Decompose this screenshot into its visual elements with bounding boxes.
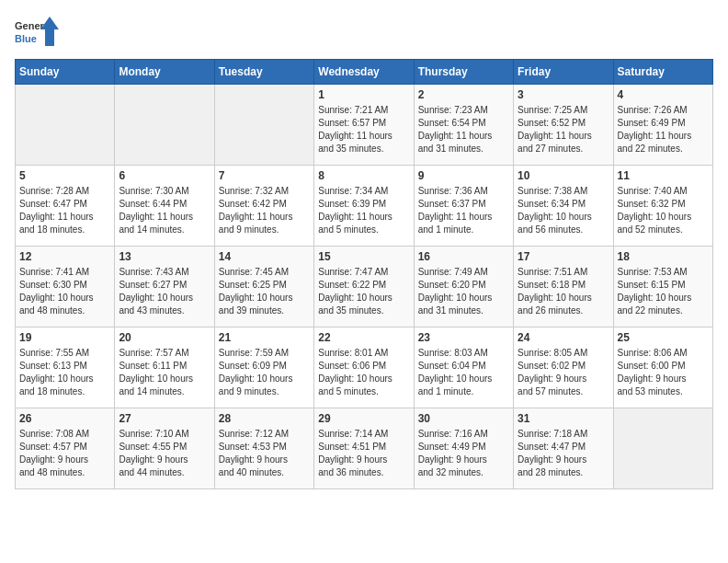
calendar-day-cell: 23Sunrise: 8:03 AM Sunset: 6:04 PM Dayli… [414, 327, 513, 408]
calendar-day-cell: 24Sunrise: 8:05 AM Sunset: 6:02 PM Dayli… [514, 327, 613, 408]
day-info: Sunrise: 7:49 AM Sunset: 6:20 PM Dayligh… [418, 266, 509, 317]
calendar-header: SundayMondayTuesdayWednesdayThursdayFrid… [16, 60, 713, 85]
day-number: 7 [219, 169, 310, 182]
day-number: 6 [119, 169, 210, 182]
calendar-day-cell: 14Sunrise: 7:45 AM Sunset: 6:25 PM Dayli… [214, 247, 313, 327]
day-info: Sunrise: 7:57 AM Sunset: 6:11 PM Dayligh… [119, 347, 210, 398]
day-info: Sunrise: 7:14 AM Sunset: 4:51 PM Dayligh… [318, 428, 409, 479]
day-info: Sunrise: 8:03 AM Sunset: 6:04 PM Dayligh… [418, 347, 509, 398]
day-number: 15 [318, 250, 409, 263]
day-number: 8 [318, 169, 409, 182]
day-number: 2 [418, 88, 509, 101]
calendar-day-cell: 22Sunrise: 8:01 AM Sunset: 6:06 PM Dayli… [314, 327, 414, 408]
day-info: Sunrise: 7:51 AM Sunset: 6:18 PM Dayligh… [518, 266, 609, 317]
day-number: 25 [618, 331, 709, 344]
day-info: Sunrise: 7:08 AM Sunset: 4:57 PM Dayligh… [19, 428, 110, 479]
logo-svg: GeneralBlue [15, 15, 61, 52]
calendar-day-cell: 6Sunrise: 7:30 AM Sunset: 6:44 PM Daylig… [115, 166, 214, 247]
calendar-day-cell: 13Sunrise: 7:43 AM Sunset: 6:27 PM Dayli… [115, 247, 214, 327]
day-info: Sunrise: 7:30 AM Sunset: 6:44 PM Dayligh… [119, 185, 210, 236]
weekday-header-cell: Wednesday [314, 60, 414, 85]
day-info: Sunrise: 8:05 AM Sunset: 6:02 PM Dayligh… [518, 347, 609, 398]
day-number: 4 [618, 88, 709, 101]
calendar-day-cell [115, 85, 214, 166]
day-info: Sunrise: 7:12 AM Sunset: 4:53 PM Dayligh… [219, 428, 310, 479]
day-number: 3 [518, 88, 609, 101]
day-info: Sunrise: 7:32 AM Sunset: 6:42 PM Dayligh… [219, 185, 310, 236]
day-info: Sunrise: 7:10 AM Sunset: 4:55 PM Dayligh… [119, 428, 210, 479]
day-number: 30 [418, 412, 509, 425]
weekday-header-cell: Thursday [414, 60, 513, 85]
calendar-day-cell: 18Sunrise: 7:53 AM Sunset: 6:15 PM Dayli… [613, 247, 712, 327]
day-number: 10 [518, 169, 609, 182]
calendar-week-row: 12Sunrise: 7:41 AM Sunset: 6:30 PM Dayli… [16, 247, 713, 327]
day-number: 27 [119, 412, 210, 425]
day-info: Sunrise: 7:38 AM Sunset: 6:34 PM Dayligh… [518, 185, 609, 236]
day-info: Sunrise: 7:47 AM Sunset: 6:22 PM Dayligh… [318, 266, 409, 317]
day-info: Sunrise: 7:21 AM Sunset: 6:57 PM Dayligh… [318, 104, 409, 155]
day-number: 29 [318, 412, 409, 425]
day-number: 11 [618, 169, 709, 182]
day-info: Sunrise: 7:28 AM Sunset: 6:47 PM Dayligh… [19, 185, 110, 236]
day-info: Sunrise: 7:25 AM Sunset: 6:52 PM Dayligh… [518, 104, 609, 155]
calendar-day-cell: 21Sunrise: 7:59 AM Sunset: 6:09 PM Dayli… [214, 327, 313, 408]
calendar-day-cell: 20Sunrise: 7:57 AM Sunset: 6:11 PM Dayli… [115, 327, 214, 408]
calendar-day-cell: 12Sunrise: 7:41 AM Sunset: 6:30 PM Dayli… [16, 247, 115, 327]
weekday-header-cell: Friday [514, 60, 613, 85]
calendar-day-cell: 4Sunrise: 7:26 AM Sunset: 6:49 PM Daylig… [613, 85, 712, 166]
calendar-day-cell [613, 408, 712, 489]
day-number: 22 [318, 331, 409, 344]
weekday-header-row: SundayMondayTuesdayWednesdayThursdayFrid… [16, 60, 713, 85]
day-info: Sunrise: 7:53 AM Sunset: 6:15 PM Dayligh… [618, 266, 709, 317]
day-number: 28 [219, 412, 310, 425]
calendar-day-cell [16, 85, 115, 166]
weekday-header-cell: Sunday [16, 60, 115, 85]
day-info: Sunrise: 7:16 AM Sunset: 4:49 PM Dayligh… [418, 428, 509, 479]
calendar-week-row: 1Sunrise: 7:21 AM Sunset: 6:57 PM Daylig… [16, 85, 713, 166]
day-info: Sunrise: 7:23 AM Sunset: 6:54 PM Dayligh… [418, 104, 509, 155]
weekday-header-cell: Saturday [613, 60, 712, 85]
day-info: Sunrise: 7:59 AM Sunset: 6:09 PM Dayligh… [219, 347, 310, 398]
calendar-day-cell: 11Sunrise: 7:40 AM Sunset: 6:32 PM Dayli… [613, 166, 712, 247]
day-number: 26 [19, 412, 110, 425]
day-number: 19 [19, 331, 110, 344]
day-number: 5 [19, 169, 110, 182]
calendar-day-cell: 29Sunrise: 7:14 AM Sunset: 4:51 PM Dayli… [314, 408, 414, 489]
day-number: 20 [119, 331, 210, 344]
calendar-day-cell: 8Sunrise: 7:34 AM Sunset: 6:39 PM Daylig… [314, 166, 414, 247]
calendar-body: 1Sunrise: 7:21 AM Sunset: 6:57 PM Daylig… [16, 85, 713, 489]
calendar-day-cell [214, 85, 313, 166]
day-number: 21 [219, 331, 310, 344]
day-number: 24 [518, 331, 609, 344]
day-number: 18 [618, 250, 709, 263]
calendar-day-cell: 5Sunrise: 7:28 AM Sunset: 6:47 PM Daylig… [16, 166, 115, 247]
svg-text:Blue: Blue [15, 33, 37, 44]
calendar-day-cell: 30Sunrise: 7:16 AM Sunset: 4:49 PM Dayli… [414, 408, 513, 489]
page-header: GeneralBlue [15, 15, 713, 52]
day-number: 17 [518, 250, 609, 263]
calendar-day-cell: 26Sunrise: 7:08 AM Sunset: 4:57 PM Dayli… [16, 408, 115, 489]
day-info: Sunrise: 7:34 AM Sunset: 6:39 PM Dayligh… [318, 185, 409, 236]
calendar-day-cell: 27Sunrise: 7:10 AM Sunset: 4:55 PM Dayli… [115, 408, 214, 489]
calendar-day-cell: 2Sunrise: 7:23 AM Sunset: 6:54 PM Daylig… [414, 85, 513, 166]
calendar-week-row: 5Sunrise: 7:28 AM Sunset: 6:47 PM Daylig… [16, 166, 713, 247]
calendar-day-cell: 10Sunrise: 7:38 AM Sunset: 6:34 PM Dayli… [514, 166, 613, 247]
day-number: 13 [119, 250, 210, 263]
day-info: Sunrise: 7:26 AM Sunset: 6:49 PM Dayligh… [618, 104, 709, 155]
calendar-table: SundayMondayTuesdayWednesdayThursdayFrid… [15, 59, 713, 489]
calendar-day-cell: 9Sunrise: 7:36 AM Sunset: 6:37 PM Daylig… [414, 166, 513, 247]
calendar-day-cell: 17Sunrise: 7:51 AM Sunset: 6:18 PM Dayli… [514, 247, 613, 327]
weekday-header-cell: Tuesday [214, 60, 313, 85]
day-number: 12 [19, 250, 110, 263]
calendar-day-cell: 28Sunrise: 7:12 AM Sunset: 4:53 PM Dayli… [214, 408, 313, 489]
calendar-week-row: 26Sunrise: 7:08 AM Sunset: 4:57 PM Dayli… [16, 408, 713, 489]
calendar-day-cell: 25Sunrise: 8:06 AM Sunset: 6:00 PM Dayli… [613, 327, 712, 408]
day-info: Sunrise: 7:18 AM Sunset: 4:47 PM Dayligh… [518, 428, 609, 479]
calendar-day-cell: 16Sunrise: 7:49 AM Sunset: 6:20 PM Dayli… [414, 247, 513, 327]
calendar-day-cell: 1Sunrise: 7:21 AM Sunset: 6:57 PM Daylig… [314, 85, 414, 166]
day-info: Sunrise: 7:41 AM Sunset: 6:30 PM Dayligh… [19, 266, 110, 317]
day-number: 23 [418, 331, 509, 344]
day-info: Sunrise: 7:40 AM Sunset: 6:32 PM Dayligh… [618, 185, 709, 236]
logo: GeneralBlue [15, 15, 61, 52]
day-number: 31 [518, 412, 609, 425]
